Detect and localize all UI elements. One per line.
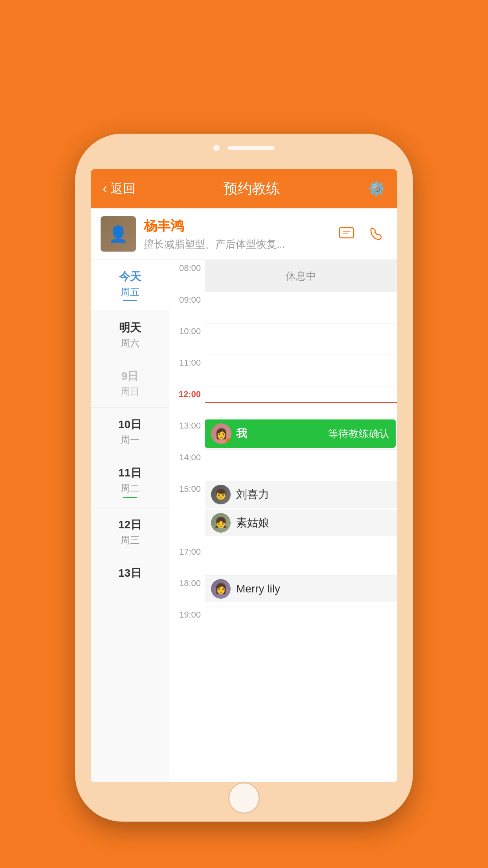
trainer-description: 擅长减脂塑型、产后体型恢复...	[144, 237, 336, 251]
date-tomorrow-weekday: 周六	[91, 337, 169, 349]
time-label-1700: 17:00	[169, 544, 205, 575]
date-item-12[interactable]: 12日 周三	[91, 508, 169, 556]
date-item-11[interactable]: 11日 周二	[91, 456, 169, 508]
trainer-details: 杨丰鸿 擅长减脂塑型、产后体型恢复...	[144, 217, 336, 251]
phone-screen: ‹ 返回 预约教练 ⚙️ 👤 杨丰鸿 擅长减脂塑型、产后体型恢复...	[91, 169, 397, 782]
time-label-1400: 14:00	[169, 449, 205, 481]
rest-block: 休息中	[205, 260, 397, 292]
time-label-1000: 10:00	[169, 323, 205, 355]
date-item-10[interactable]: 10日 周一	[91, 408, 169, 456]
date-item-9[interactable]: 9日 周日	[91, 359, 169, 408]
user-slot-merry: 👩 Merry lily	[205, 576, 397, 602]
time-label-0900: 09:00	[169, 292, 205, 323]
date-12-weekday: 周三	[91, 534, 169, 546]
time-row-1000: 10:00	[169, 323, 397, 355]
settings-icon[interactable]: ⚙️	[368, 180, 385, 197]
back-button[interactable]: ‹ 返回	[103, 180, 136, 197]
time-row-1500: 15:00 👦 刘喜力 👧 素姑娘	[169, 481, 397, 544]
date-11-indicator	[123, 497, 137, 498]
avatar-badge	[226, 438, 231, 444]
phone-home-button[interactable]	[228, 782, 260, 814]
header-title: 预约教练	[224, 179, 280, 199]
user-name-liu: 刘喜力	[236, 487, 269, 502]
svg-rect-0	[339, 228, 354, 238]
time-slot-1200	[205, 386, 397, 417]
appointment-name: 我	[236, 426, 247, 441]
current-time-line	[205, 402, 397, 403]
time-slot-1400[interactable]	[205, 449, 397, 481]
date-today-label: 今天	[91, 269, 169, 284]
today-underline	[123, 300, 137, 301]
time-row-1100: 11:00	[169, 355, 397, 386]
time-label-1100: 11:00	[169, 355, 205, 386]
time-slot-1800: 👩 Merry lily	[205, 575, 397, 607]
date-10-label: 10日	[91, 417, 169, 432]
date-12-label: 12日	[91, 517, 169, 532]
date-11-weekday: 周二	[91, 482, 169, 495]
trainer-info: 👤 杨丰鸿 擅长减脂塑型、产后体型恢复...	[91, 208, 397, 260]
time-slot-1300[interactable]: 👩 我 等待教练确认	[205, 417, 397, 449]
phone-top-bar	[213, 145, 275, 151]
time-label-1800: 18:00	[169, 575, 205, 607]
date-13-label: 13日	[91, 566, 169, 581]
time-label-1200: 12:00	[169, 386, 205, 417]
date-9-weekday: 周日	[91, 385, 169, 398]
date-item-13[interactable]: 13日	[91, 556, 169, 592]
user-avatar-su: 👧	[211, 513, 231, 533]
time-row-1400: 14:00	[169, 449, 397, 481]
message-button[interactable]	[336, 223, 358, 245]
time-row-1300: 13:00 👩 我 等待教练确认	[169, 417, 397, 449]
date-today-weekday: 周五	[91, 286, 169, 298]
time-schedule: 08:00 休息中 09:00 10:00 11:00	[169, 260, 397, 782]
user-slot-liu: 👦 刘喜力	[205, 481, 397, 508]
time-slot-1700[interactable]	[205, 544, 397, 575]
time-slot-1900[interactable]	[205, 607, 397, 638]
phone-speaker	[227, 146, 275, 150]
time-row-1800: 18:00 👩 Merry lily	[169, 575, 397, 607]
trainer-actions	[336, 223, 387, 245]
time-label-1500: 15:00	[169, 481, 205, 544]
app-header: ‹ 返回 预约教练 ⚙️	[91, 169, 397, 208]
appointment-block[interactable]: 👩 我 等待教练确认	[205, 419, 396, 448]
date-tomorrow-label: 明天	[91, 320, 169, 335]
time-row-0900: 09:00	[169, 292, 397, 323]
trainer-name: 杨丰鸿	[144, 217, 336, 235]
time-row-1900: 19:00	[169, 607, 397, 638]
appointment-status: 等待教练确认	[328, 427, 389, 441]
schedule-container: 今天 周五 明天 周六 9日 周日 10日 周一 11日	[91, 260, 397, 782]
date-sidebar: 今天 周五 明天 周六 9日 周日 10日 周一 11日	[91, 260, 169, 782]
user-avatar-liu: 👦	[211, 485, 231, 504]
date-11-label: 11日	[91, 465, 169, 480]
time-slot-1000[interactable]	[205, 323, 397, 355]
time-slot-1100[interactable]	[205, 355, 397, 386]
time-label-1900: 19:00	[169, 607, 205, 638]
user-name-su: 素姑娘	[236, 515, 269, 530]
time-slot-0900[interactable]	[205, 292, 397, 323]
phone-button[interactable]	[365, 223, 387, 245]
date-item-today[interactable]: 今天 周五	[91, 260, 169, 311]
appointment-avatar: 👩	[211, 423, 231, 444]
chevron-left-icon: ‹	[103, 180, 107, 197]
time-row-1700: 17:00	[169, 544, 397, 575]
time-slot-1500: 👦 刘喜力 👧 素姑娘	[205, 481, 397, 544]
back-label: 返回	[110, 180, 136, 197]
time-row-1200: 12:00	[169, 386, 397, 417]
time-slot-0800: 休息中	[205, 260, 397, 292]
time-label-1300: 13:00	[169, 417, 205, 449]
date-10-weekday: 周一	[91, 434, 169, 446]
phone-camera	[213, 145, 220, 151]
user-avatar-merry: 👩	[211, 579, 231, 599]
date-item-tomorrow[interactable]: 明天 周六	[91, 311, 169, 359]
user-slot-su: 👧 素姑娘	[205, 509, 397, 536]
time-label-0800: 08:00	[169, 260, 205, 292]
date-9-label: 9日	[91, 369, 169, 384]
trainer-avatar: 👤	[101, 216, 136, 252]
user-name-merry: Merry lily	[236, 583, 280, 595]
phone-shell: ‹ 返回 预约教练 ⚙️ 👤 杨丰鸿 擅长减脂塑型、产后体型恢复...	[75, 134, 413, 822]
time-row-0800: 08:00 休息中	[169, 260, 397, 292]
